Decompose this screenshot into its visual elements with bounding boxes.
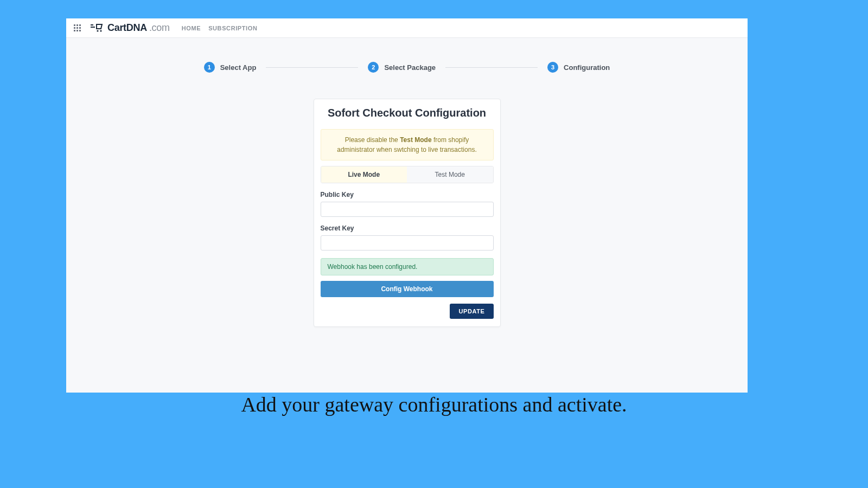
mode-tabs: Live Mode Test Mode [321, 166, 494, 183]
config-webhook-button[interactable]: Config Webhook [321, 281, 494, 297]
step-label: Configuration [564, 63, 610, 72]
top-nav: HOME SUBSCRIPTION [182, 25, 258, 31]
step-divider [445, 67, 538, 68]
secret-key-field: Secret Key [321, 224, 494, 251]
test-mode-warning: Please disable the Test Mode from shopif… [321, 129, 494, 160]
step-select-app[interactable]: 1 Select App [204, 62, 257, 73]
step-number: 2 [368, 62, 379, 73]
cart-icon [90, 23, 105, 33]
step-number: 3 [547, 62, 558, 73]
secret-key-label: Secret Key [321, 224, 494, 232]
warning-text-bold: Test Mode [400, 136, 431, 144]
card-title: Sofort Checkout Configuration [323, 107, 492, 119]
public-key-input[interactable] [321, 202, 494, 217]
app-window: CartDNA.com HOME SUBSCRIPTION 1 Select A… [66, 18, 748, 393]
secret-key-input[interactable] [321, 235, 494, 251]
card-body: Please disable the Test Mode from shopif… [314, 124, 500, 326]
slide-caption: Add your gateway configurations and acti… [0, 393, 868, 416]
brand-name: CartDNA [107, 22, 147, 34]
public-key-label: Public Key [321, 191, 494, 198]
tab-live-mode[interactable]: Live Mode [321, 166, 407, 183]
brand-logo[interactable]: CartDNA.com [90, 22, 170, 34]
brand-suffix: .com [149, 22, 170, 34]
step-divider [266, 67, 358, 68]
step-label: Select App [220, 63, 257, 72]
step-label: Select Package [384, 63, 436, 72]
config-card: Sofort Checkout Configuration Please dis… [314, 99, 501, 327]
apps-grid-icon[interactable] [74, 24, 81, 32]
step-configuration[interactable]: 3 Configuration [547, 62, 610, 73]
tab-test-mode[interactable]: Test Mode [407, 166, 493, 183]
svg-point-1 [100, 30, 101, 31]
nav-home[interactable]: HOME [182, 25, 201, 31]
stepper: 1 Select App 2 Select Package 3 Configur… [66, 62, 748, 73]
warning-text-pre: Please disable the [345, 136, 400, 144]
update-button[interactable]: UPDATE [450, 304, 493, 319]
topbar: CartDNA.com HOME SUBSCRIPTION [66, 18, 748, 38]
webhook-success-alert: Webhook has been configured. [321, 258, 494, 275]
svg-point-0 [97, 30, 98, 31]
step-number: 1 [204, 62, 215, 73]
public-key-field: Public Key [321, 191, 494, 217]
nav-subscription[interactable]: SUBSCRIPTION [208, 25, 257, 31]
step-select-package[interactable]: 2 Select Package [368, 62, 436, 73]
card-header: Sofort Checkout Configuration [314, 99, 500, 124]
